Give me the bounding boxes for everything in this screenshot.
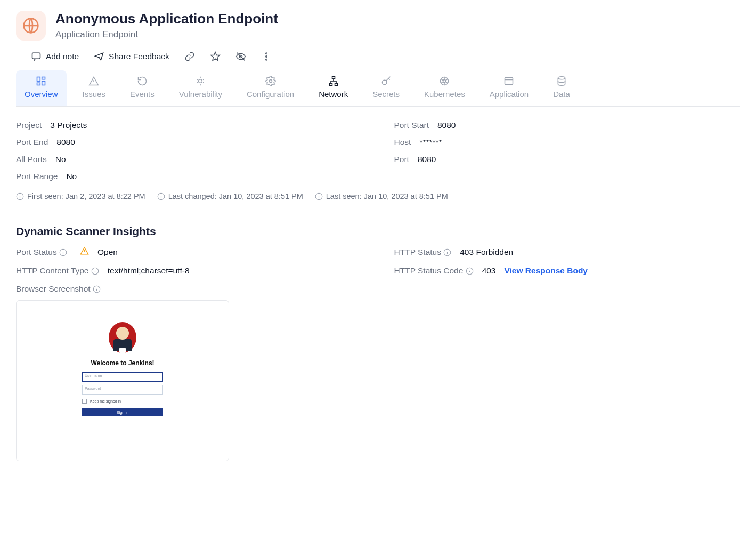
svg-rect-14: [335, 83, 337, 85]
svg-point-3: [266, 53, 267, 54]
port-status-value: Open: [97, 247, 118, 257]
tab-configuration-label: Configuration: [247, 90, 294, 99]
port-end-label: Port End: [16, 138, 48, 147]
port-start-value: 8080: [437, 120, 456, 130]
tab-data[interactable]: Data: [544, 70, 579, 106]
screenshot-label: Browser Screenshot: [16, 284, 101, 294]
svg-rect-8: [42, 81, 45, 85]
first-seen: First seen: Jan 2, 2023 at 8:22 PM: [16, 192, 145, 200]
port-value: 8080: [418, 155, 436, 164]
svg-rect-6: [37, 77, 40, 82]
add-note-button[interactable]: Add note: [31, 51, 79, 62]
tab-data-label: Data: [553, 90, 570, 99]
tab-overview[interactable]: Overview: [16, 70, 67, 106]
page-title: Anonymous Application Endpoint: [55, 11, 278, 27]
status-code-value: 403: [482, 266, 496, 276]
info-icon[interactable]: [59, 248, 67, 256]
view-response-body-link[interactable]: View Response Body: [505, 266, 588, 276]
screenshot-keep-signed-in: Keep me signed in: [82, 399, 163, 404]
tab-network[interactable]: Network: [310, 70, 356, 106]
all-ports-label: All Ports: [16, 155, 47, 164]
share-feedback-label: Share Feedback: [109, 52, 169, 61]
screenshot-signin-button: Sign in: [82, 408, 163, 416]
scanner-heading: Dynamic Scanner Insights: [16, 225, 740, 238]
add-note-label: Add note: [46, 52, 79, 61]
project-value: 3 Projects: [50, 120, 87, 130]
svg-rect-1: [32, 53, 40, 59]
svg-rect-9: [37, 83, 40, 85]
tab-events-label: Events: [130, 90, 155, 99]
port-end-value: 8080: [56, 138, 75, 147]
link-icon[interactable]: [184, 51, 195, 62]
svg-rect-18: [505, 77, 513, 84]
http-status-label: HTTP Status: [394, 247, 452, 257]
info-icon: [16, 192, 24, 200]
tab-overview-label: Overview: [25, 90, 58, 99]
browser-screenshot: Welcome to Jenkins! Username Password Ke…: [16, 300, 229, 461]
tab-application[interactable]: Application: [481, 70, 537, 106]
jenkins-logo-icon: [109, 322, 136, 353]
content-type-value: text/html;charset=utf-8: [108, 266, 190, 276]
http-status-value: 403 Forbidden: [460, 247, 513, 257]
warning-icon: [80, 246, 89, 258]
last-seen: Last seen: Jan 10, 2023 at 8:51 PM: [315, 192, 448, 200]
port-range-value: No: [66, 172, 77, 181]
last-changed: Last changed: Jan 10, 2023 at 8:51 PM: [157, 192, 303, 200]
more-icon[interactable]: [261, 51, 272, 62]
tab-secrets-label: Secrets: [372, 90, 400, 99]
port-start-label: Port Start: [394, 120, 429, 130]
info-icon[interactable]: [466, 267, 474, 275]
tab-issues[interactable]: Issues: [74, 70, 114, 106]
project-label: Project: [16, 120, 42, 130]
svg-rect-7: [42, 77, 45, 79]
port-label: Port: [394, 155, 409, 164]
content-type-label: HTTP Content Type: [16, 266, 99, 276]
tab-events[interactable]: Events: [121, 70, 163, 106]
last-changed-text: Last changed: Jan 10, 2023 at 8:51 PM: [168, 192, 303, 200]
status-code-label: HTTP Status Code: [394, 266, 474, 276]
svg-point-10: [199, 79, 202, 83]
share-feedback-button[interactable]: Share Feedback: [94, 51, 169, 62]
tab-secrets[interactable]: Secrets: [364, 70, 408, 106]
tab-configuration[interactable]: Configuration: [238, 70, 303, 106]
info-icon[interactable]: [91, 267, 99, 275]
svg-point-11: [269, 80, 272, 83]
port-status-label: Port Status: [16, 247, 67, 257]
tab-vulnerability[interactable]: Vulnerability: [170, 70, 231, 106]
screenshot-password-input: Password: [82, 385, 163, 395]
svg-rect-12: [332, 77, 335, 79]
tab-kubernetes-label: Kubernetes: [424, 90, 465, 99]
globe-icon: [16, 11, 46, 41]
eye-off-icon[interactable]: [235, 51, 246, 62]
tab-issues-label: Issues: [83, 90, 105, 99]
all-ports-value: No: [55, 155, 66, 164]
last-seen-text: Last seen: Jan 10, 2023 at 8:51 PM: [326, 192, 448, 200]
tab-kubernetes[interactable]: Kubernetes: [416, 70, 474, 106]
info-icon[interactable]: [443, 248, 451, 256]
screenshot-title: Welcome to Jenkins!: [91, 359, 154, 367]
tab-application-label: Application: [490, 90, 529, 99]
tab-vulnerability-label: Vulnerability: [179, 90, 222, 99]
info-icon: [315, 192, 323, 200]
svg-point-4: [266, 56, 267, 58]
svg-point-5: [266, 59, 267, 61]
page-subtitle: Application Endpoint: [55, 29, 278, 40]
info-icon: [157, 192, 165, 200]
port-range-label: Port Range: [16, 172, 58, 181]
svg-point-19: [558, 77, 565, 79]
star-icon[interactable]: [210, 51, 221, 62]
svg-point-15: [382, 80, 386, 84]
svg-rect-13: [329, 83, 332, 85]
host-value: *******: [419, 138, 442, 147]
tab-network-label: Network: [319, 90, 348, 99]
screenshot-username-input: Username: [82, 372, 163, 382]
info-icon[interactable]: [93, 285, 101, 293]
first-seen-text: First seen: Jan 2, 2023 at 8:22 PM: [27, 192, 145, 200]
host-label: Host: [394, 138, 411, 147]
